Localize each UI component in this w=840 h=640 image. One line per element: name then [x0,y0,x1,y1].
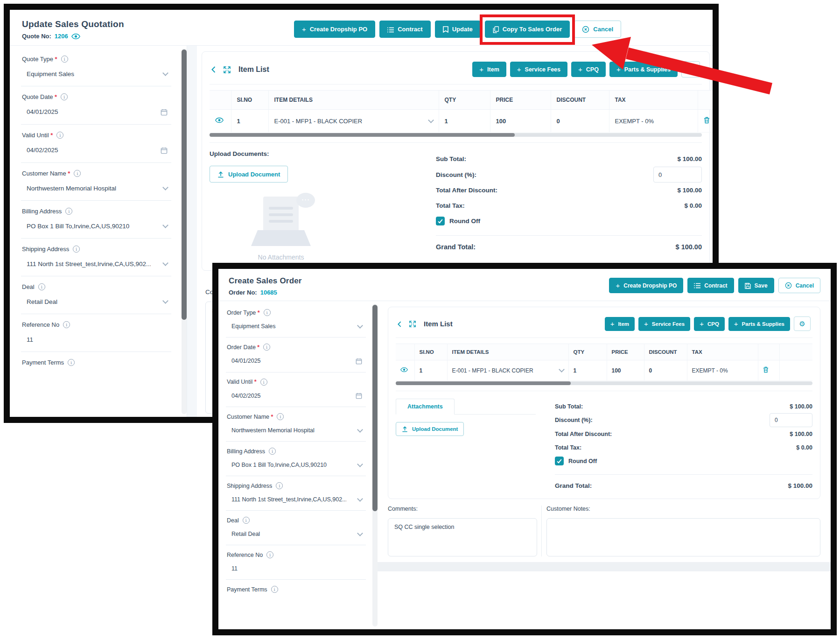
button-label: CPQ [586,66,599,73]
valid-until-input[interactable]: 04/02/2025 [227,393,365,400]
total-tax-value: $ 0.00 [684,202,702,209]
plus-icon: + [644,320,648,328]
customer-name-select[interactable]: Northwestern Memorial Hospital [22,185,170,192]
cell-tax[interactable]: EXEMPT - 0% [609,110,698,133]
shipping-address-select[interactable]: 111 North 1st Street_test,Irvine,CA,US,9… [22,260,170,267]
sidebar-scrollbar[interactable] [182,49,187,414]
contract-button[interactable]: Contract [379,21,430,38]
quote-type-select[interactable]: Equipment Sales [22,70,170,77]
round-off-checkbox[interactable] [555,457,564,465]
comments-label: Comments: [388,506,537,512]
round-off-checkbox[interactable] [436,217,445,225]
cell-discount[interactable]: 0 [644,360,687,381]
toolbar: + Create Dropship PO Contract Save Cance… [609,278,820,293]
plus-icon: + [517,65,521,73]
discount-input[interactable] [770,413,812,427]
discount-input[interactable] [653,167,702,183]
totals-section: Sub Total:$ 100.00 Discount (%): Total A… [555,399,812,489]
add-service-fees-button[interactable]: +Service Fees [638,317,690,331]
upload-document-button[interactable]: Upload Document [210,166,288,183]
copy-to-sales-order-button[interactable]: Copy To Sales Order [485,21,570,38]
reference-no-input[interactable]: 11 [22,336,170,343]
cell-discount[interactable]: 0 [551,110,609,133]
plus-icon: + [700,320,704,328]
cell-qty[interactable]: 1 [568,360,607,381]
add-item-button[interactable]: +Item [605,317,635,331]
order-date-input[interactable]: 04/01/2025 [227,358,365,365]
list-icon [387,26,394,33]
tab-attachments[interactable]: Attachments [396,399,455,415]
cancel-button[interactable]: Cancel [778,278,820,293]
round-off-label: Round Off [449,218,480,225]
info-icon [38,283,45,290]
cancel-button[interactable]: Cancel [574,21,621,38]
reference-no-input[interactable]: 11 [227,565,365,572]
add-cpq-button[interactable]: +CPQ [571,62,606,77]
deal-select[interactable]: Retail Deal [227,531,365,537]
back-chevron-icon[interactable] [211,65,216,74]
sidebar-scrollbar[interactable] [372,304,378,626]
table-horizontal-scrollbar[interactable] [210,133,702,137]
cancel-icon [785,282,792,289]
cell-qty[interactable]: 1 [439,110,490,133]
back-chevron-icon[interactable] [398,320,401,328]
row-eye-icon[interactable] [400,367,408,373]
cell-si-no: 1 [414,360,447,381]
billing-address-select[interactable]: PO Box 1 Bill To,Irvine,CA,US,90210 [227,462,365,468]
quote-date-input[interactable]: 04/01/2025 [22,108,170,116]
discount-label: Discount (%): [555,417,593,423]
customer-name-select[interactable]: Northwestern Memorial Hospital [227,427,365,434]
contract-button[interactable]: Contract [687,278,734,293]
cell-tax[interactable]: EXEMPT - 0% [687,360,758,381]
billing-address-select[interactable]: PO Box 1 Bill To,Irvine,CA,US,90210 [22,223,170,230]
cell-price[interactable]: 100 [490,110,551,133]
comments-textarea[interactable]: SQ CC single selection [388,518,537,556]
item-details-select[interactable]: E-001 - MFP1 - BLACK COPIER [452,367,564,374]
save-button[interactable]: Save [738,278,774,293]
scrollbar-thumb[interactable] [372,305,378,511]
customer-notes-textarea[interactable] [546,518,820,556]
table-horizontal-scrollbar[interactable] [396,381,812,385]
tab-bar: Attachments [396,399,536,415]
item-table: SI.NO ITEM DETAILS QTY PRICE DISCOUNT TA… [396,344,812,381]
title-block: Create Sales Order Order No: 10685 [229,276,302,296]
scrollbar-thumb[interactable] [210,133,515,137]
create-dropship-po-button[interactable]: + Create Dropship PO [609,278,683,293]
field-value: 04/02/2025 [231,393,261,399]
chevron-down-icon [162,222,168,228]
expand-icon[interactable] [224,65,231,74]
button-label: Upload Document [412,426,458,432]
add-parts-supplies-button[interactable]: +Parts & Supplies [728,317,790,331]
chevron-down-icon [357,323,363,329]
order-type-select[interactable]: Equipment Sales [227,323,365,330]
eye-icon[interactable] [71,33,80,40]
footer-bar [378,562,831,571]
upload-document-button[interactable]: Upload Document [396,422,464,436]
update-button[interactable]: Update [435,21,481,38]
add-parts-supplies-button[interactable]: +Parts & Supplies [609,62,678,77]
valid-until-input[interactable]: 04/02/2025 [22,147,170,154]
expand-icon[interactable] [409,320,416,328]
chevron-down-icon [428,117,434,123]
deal-select[interactable]: Retail Deal [22,298,170,305]
trash-icon[interactable] [763,366,769,373]
gear-icon[interactable]: ⚙ [681,61,700,77]
info-icon [277,413,284,420]
field-value: Northwestern Memorial Hospital [27,185,116,192]
shipping-address-select[interactable]: 111 North 1st Street_test,Irvine,CA,US,9… [227,496,365,503]
add-cpq-button[interactable]: +CPQ [694,317,725,331]
add-service-fees-button[interactable]: +Service Fees [510,62,567,77]
gear-icon[interactable]: ⚙ [794,316,811,331]
customer-notes-label: Customer Notes: [546,506,820,512]
calendar-icon [161,147,168,154]
scrollbar-thumb[interactable] [182,49,187,320]
field-value: 11 [231,565,238,572]
cell-price[interactable]: 100 [607,360,644,381]
create-dropship-po-button[interactable]: + Create Dropship PO [294,21,375,38]
scrollbar-thumb[interactable] [396,381,571,385]
row-eye-icon[interactable] [215,117,224,123]
item-details-select[interactable]: E-001 - MFP1 - BLACK COPIER [274,118,433,125]
trash-icon[interactable] [704,117,710,124]
add-item-button[interactable]: +Item [472,62,506,77]
field-payment-terms: Payment Terms [226,580,366,600]
